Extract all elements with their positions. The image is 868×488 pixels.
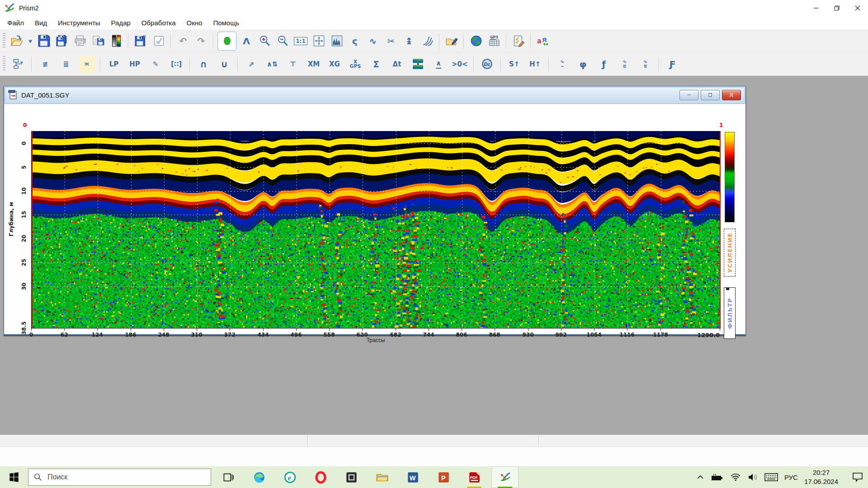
doc-restore-button[interactable]: [701, 90, 720, 100]
trace-pen-button[interactable]: ✎: [147, 56, 164, 73]
radargram-plot[interactable]: [31, 131, 721, 328]
fit-view-button[interactable]: [311, 33, 327, 50]
toolbar-grip[interactable]: [3, 33, 5, 48]
notification-icon[interactable]: [852, 472, 863, 483]
powerpoint-app-button[interactable]: P: [430, 466, 457, 488]
save-query-button[interactable]: ?: [132, 33, 149, 50]
time-zero-set-button[interactable]: ⊤: [285, 56, 301, 73]
tray-clock[interactable]: 20:27 17.06.2024: [804, 468, 838, 487]
touch-keyboard-icon[interactable]: [764, 473, 778, 482]
toolbar-grip[interactable]: [3, 56, 5, 72]
save-all-button[interactable]: [54, 33, 70, 50]
menu-item-7[interactable]: Помощь: [208, 17, 245, 28]
xm-transform-button[interactable]: XM: [306, 56, 322, 73]
s-gain-icon: S↑: [509, 60, 519, 68]
trace-edit-cross-button[interactable]: ≢: [37, 56, 53, 73]
prism-app-button[interactable]: [491, 466, 519, 488]
language-indicator[interactable]: РУС: [784, 474, 798, 481]
stacking-button[interactable]: Σ: [368, 56, 384, 73]
xg-transform-button[interactable]: XG: [326, 56, 343, 73]
fourier-button[interactable]: Ƒ: [665, 56, 681, 73]
histogram-button[interactable]: [329, 33, 345, 50]
document-titlebar[interactable]: DAT_0051.SGY: [4, 86, 745, 104]
apply-check-button[interactable]: [151, 33, 167, 50]
vertical-range-button[interactable]: ↨: [401, 33, 417, 50]
menu-item-4[interactable]: Радар: [106, 17, 136, 28]
record-mode-button[interactable]: [217, 32, 236, 51]
menu-item-2[interactable]: Вид: [29, 17, 52, 28]
dark-app-app-button[interactable]: [338, 466, 365, 488]
globe-button[interactable]: [468, 33, 484, 50]
trace-edit-lines-button[interactable]: ≣: [58, 56, 74, 73]
time-zero-adjust-button[interactable]: ∧⇅: [264, 56, 280, 73]
one-to-one-button[interactable]: 1:1: [292, 33, 309, 50]
h-gain-button[interactable]: H↑: [527, 56, 543, 73]
battery-icon[interactable]: [710, 474, 724, 481]
checklist-edit-button[interactable]: [510, 33, 527, 50]
minimize-button[interactable]: [806, 0, 826, 16]
wifi-icon[interactable]: [730, 473, 741, 481]
pdf-app-button[interactable]: PDF: [461, 466, 488, 488]
opera-app-button[interactable]: [307, 466, 334, 488]
folder-edit-button[interactable]: [443, 33, 460, 50]
export-page-button[interactable]: [90, 33, 106, 50]
smooth-bump-button[interactable]: ∩: [195, 56, 212, 73]
doc-minimize-button[interactable]: [679, 90, 698, 100]
wave-smooth-button[interactable]: ∿⌢: [554, 56, 571, 73]
gps-table-button[interactable]: GPS: [486, 33, 502, 50]
volume-icon[interactable]: [747, 473, 758, 481]
zoom-out-button[interactable]: [274, 33, 291, 50]
menu-item-1[interactable]: Файл: [2, 17, 29, 28]
region-edit-button[interactable]: ⇗: [243, 56, 259, 73]
tray-chevron-icon[interactable]: [697, 475, 704, 479]
frequency-button[interactable]: ƒ: [596, 56, 612, 73]
x-gps-button[interactable]: XGPS: [347, 56, 363, 73]
menu-item-6[interactable]: Окно: [181, 17, 208, 28]
wave-trace-button[interactable]: ∿: [365, 33, 381, 50]
lowpass-filter-button[interactable]: LP: [106, 56, 122, 73]
matrix-filter-button[interactable]: [∷]: [168, 56, 184, 73]
doc-close-button[interactable]: [722, 90, 741, 100]
flowchart-button[interactable]: [10, 56, 26, 73]
smooth-dip-button[interactable]: ∪: [216, 56, 232, 73]
task-view-button[interactable]: [215, 466, 242, 488]
save-button[interactable]: [36, 33, 52, 50]
phase-button[interactable]: φ: [575, 56, 591, 73]
s-gain-button[interactable]: S↑: [506, 56, 523, 73]
radargram-canvas[interactable]: [32, 131, 721, 328]
word-app-button[interactable]: W: [399, 466, 426, 488]
translate-button[interactable]: aЯ: [535, 33, 551, 50]
open-dropdown-button[interactable]: ▾: [27, 33, 34, 50]
taskbar-search[interactable]: [28, 469, 211, 486]
restore-button[interactable]: [826, 0, 847, 16]
baseline-peak-button[interactable]: ∧: [430, 56, 447, 73]
menu-item-5[interactable]: Обработка: [136, 17, 181, 28]
eset-app-button[interactable]: e: [276, 466, 303, 488]
menu-item-3[interactable]: Инструменты: [52, 17, 106, 28]
peak-mode-button[interactable]: Λ: [238, 33, 255, 50]
gain-button[interactable]: УСИЛЕНИЕ: [724, 229, 736, 277]
zero-clip-button[interactable]: >0<: [451, 56, 468, 73]
undo-button[interactable]: ↶: [175, 33, 191, 50]
trace-edit-dots-button[interactable]: ≍: [79, 56, 95, 73]
arc-signals-button[interactable]: [419, 33, 435, 50]
explorer-app-button[interactable]: [368, 466, 396, 488]
search-input[interactable]: [47, 473, 193, 482]
edge-app-button[interactable]: [245, 466, 273, 488]
open-file-button[interactable]: [9, 33, 25, 50]
highpass-filter-button[interactable]: HP: [127, 56, 143, 73]
filter-button[interactable]: ФИЛЬТР: [724, 287, 736, 339]
wave-spikes-button[interactable]: ∿ʬ: [637, 56, 654, 73]
start-button[interactable]: [0, 466, 28, 488]
wiggle-trace-button[interactable]: ς: [347, 33, 363, 50]
terrain-correction-button[interactable]: [410, 56, 426, 73]
cut-button[interactable]: ✂: [383, 33, 399, 50]
close-button[interactable]: [847, 0, 868, 16]
dc-removal-button[interactable]: Dc: [479, 56, 495, 73]
zoom-in-button[interactable]: [256, 33, 273, 50]
print-button[interactable]: [72, 33, 88, 50]
delta-t-button[interactable]: Δt: [389, 56, 405, 73]
palette-button[interactable]: [108, 33, 124, 50]
redo-button[interactable]: ↷: [193, 33, 209, 50]
wave-compress-button[interactable]: ∿≋: [617, 56, 633, 73]
